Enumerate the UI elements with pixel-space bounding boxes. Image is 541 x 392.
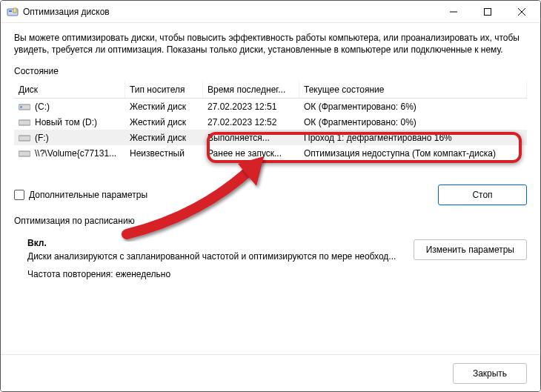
media-type: Жесткий диск: [125, 133, 203, 143]
svg-rect-7: [19, 151, 30, 156]
last-run: 27.02.2023 12:52: [203, 117, 299, 127]
minimize-button[interactable]: [437, 1, 471, 23]
svg-rect-2: [485, 8, 491, 15]
drive-icon: [19, 102, 30, 111]
svg-rect-5: [19, 120, 30, 125]
intro-text: Вы можете оптимизировать диски, чтобы по…: [14, 32, 527, 56]
media-type: Неизвестный: [125, 148, 203, 159]
svg-rect-4: [20, 106, 22, 108]
cur-state: Проход 1: дефрагментировано 16%: [299, 133, 527, 143]
table-row[interactable]: (F:) Жесткий диск Выполняется... Проход …: [14, 130, 527, 145]
svg-rect-1: [9, 10, 12, 12]
svg-rect-6: [19, 136, 30, 141]
advanced-checkbox[interactable]: [14, 190, 24, 200]
window-title: Оптимизация дисков: [23, 7, 110, 17]
stop-button[interactable]: Стоп: [438, 185, 527, 205]
table-row[interactable]: \\?\Volume{c77131... Неизвестный Ранее н…: [14, 145, 527, 161]
change-settings-button[interactable]: Изменить параметры: [414, 239, 527, 260]
schedule-freq-value: еженедельно: [116, 269, 170, 279]
app-icon: [7, 6, 19, 18]
col-state[interactable]: Текущее состояние: [299, 81, 527, 98]
disk-name: \\?\Volume{c77131...: [35, 148, 116, 159]
col-last[interactable]: Время последнег...: [203, 81, 299, 98]
media-type: Жесткий диск: [125, 117, 203, 127]
close-window-button[interactable]: Закрыть: [453, 363, 527, 384]
advanced-label: Дополнительные параметры: [29, 190, 438, 200]
maximize-button[interactable]: [471, 1, 505, 23]
disk-name: (F:): [35, 133, 49, 143]
cur-state: Оптимизация недоступна (Том компакт-диск…: [299, 148, 527, 159]
close-button[interactable]: [505, 1, 539, 23]
last-run: Ранее не запуск...: [203, 148, 299, 159]
last-run: Выполняется...: [203, 133, 299, 143]
cur-state: ОК (Фрагментировано: 0%): [299, 117, 527, 127]
drive-icon: [19, 118, 30, 127]
schedule-label: Оптимизация по расписанию: [14, 216, 527, 226]
last-run: 27.02.2023 12:51: [203, 102, 299, 112]
table-row[interactable]: (C:) Жесткий диск 27.02.2023 12:51 ОК (Ф…: [14, 99, 527, 114]
cur-state: ОК (Фрагментировано: 6%): [299, 102, 527, 112]
col-media[interactable]: Тип носителя: [125, 81, 203, 98]
titlebar: Оптимизация дисков: [1, 1, 540, 23]
col-disk[interactable]: Диск: [14, 81, 125, 98]
footer: Закрыть: [1, 354, 540, 391]
schedule-freq-label: Частота повторения:: [27, 269, 113, 279]
table-row[interactable]: Новый том (D:) Жесткий диск 27.02.2023 1…: [14, 114, 527, 130]
drive-table: Диск Тип носителя Время последнег... Тек…: [14, 81, 527, 161]
table-header: Диск Тип носителя Время последнег... Тек…: [14, 81, 527, 99]
state-label: Состояние: [14, 66, 527, 76]
schedule-status: Вкл.: [27, 238, 414, 248]
drive-icon: [19, 149, 30, 158]
media-type: Жесткий диск: [125, 102, 203, 112]
disk-name: (C:): [35, 102, 50, 112]
schedule-desc: Диски анализируются с запланированной ча…: [27, 251, 398, 262]
drive-icon: [19, 133, 30, 142]
disk-name: Новый том (D:): [35, 117, 97, 127]
